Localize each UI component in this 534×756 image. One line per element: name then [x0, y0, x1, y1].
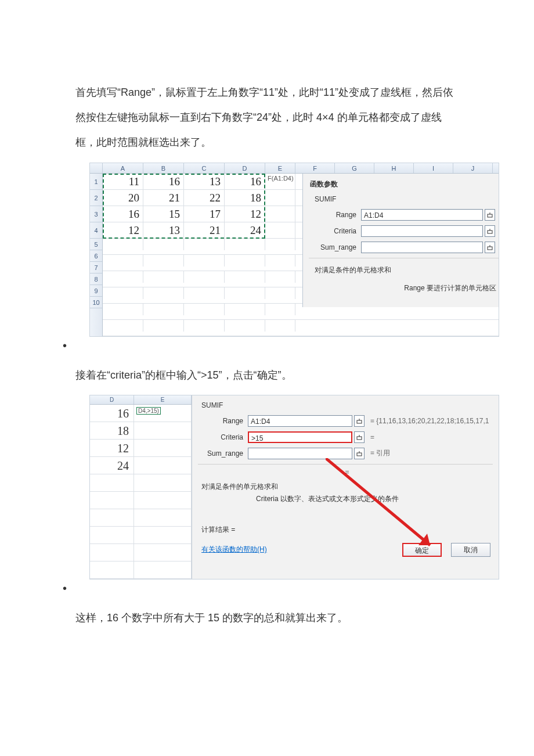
sumrange-ref-button[interactable]	[485, 242, 495, 253]
bullet-1: •	[63, 339, 459, 352]
cell-b3[interactable]: 15	[143, 206, 184, 222]
screenshot-2: D E 16 18 12 24 D4,>15) SUMIF Range A1:D…	[89, 395, 499, 579]
row-header-5: 5	[90, 239, 102, 250]
row-header-3: 3	[90, 206, 102, 222]
col-header-e2: E	[134, 395, 192, 404]
svg-rect-2	[488, 247, 492, 250]
criteria-label: Criteria	[309, 227, 361, 235]
function-name: SUMIF	[309, 193, 499, 209]
svg-rect-3	[357, 420, 362, 423]
range-ref-button-2[interactable]	[354, 415, 365, 427]
range-input-2[interactable]: A1:D4	[248, 415, 352, 427]
range-ref-button[interactable]	[485, 209, 495, 221]
dialog-desc: 对满足条件的单元格求和	[309, 258, 499, 278]
cell-a1[interactable]: 11	[103, 174, 143, 189]
svg-rect-5	[357, 453, 362, 456]
row-header-9: 9	[90, 285, 102, 297]
cell-d1[interactable]: 16	[225, 174, 265, 189]
range-label-2: Range	[198, 417, 248, 425]
col-header-h: H	[374, 163, 414, 173]
sumrange-ref-button-2[interactable]	[354, 448, 365, 459]
range-label: Range	[309, 211, 361, 219]
svg-rect-0	[488, 214, 492, 217]
row-header-6: 6	[90, 250, 102, 262]
paragraph-3: 这样，16 个数字中所有大于 15 的数字的总和就算出来了。	[75, 606, 459, 631]
cell-c1[interactable]: 13	[184, 174, 225, 189]
col-header-f: F	[295, 163, 335, 173]
cell-d-r4[interactable]: 24	[90, 457, 134, 474]
criteria-input[interactable]	[361, 225, 483, 237]
cell-b4[interactable]: 13	[143, 222, 184, 238]
dialog-title: 函数参数	[309, 177, 499, 193]
svg-rect-1	[488, 231, 492, 233]
sumrange-label-2: Sum_range	[198, 449, 248, 458]
range-input[interactable]: A1:D4	[361, 209, 483, 221]
bullet-2: •	[63, 582, 459, 595]
cell-b1[interactable]: 16	[143, 174, 184, 189]
cell-c2[interactable]: 22	[184, 190, 225, 206]
cell-d-r1[interactable]: 16	[90, 405, 134, 422]
row-header-1: 1	[90, 174, 102, 190]
cell-a4[interactable]: 12	[103, 222, 143, 238]
criteria-label-2: Criteria	[198, 433, 248, 441]
range-eq: = {11,16,13,16;20,21,22,18;16,15,17,1	[365, 417, 489, 425]
cell-d4[interactable]: 24	[225, 222, 265, 238]
criteria-ref-button-2[interactable]	[354, 431, 365, 443]
cell-d-r3[interactable]: 12	[90, 440, 134, 456]
criteria-ref-button[interactable]	[485, 225, 495, 237]
ok-button[interactable]: 确定	[402, 543, 442, 557]
col-header-d: D	[225, 163, 265, 173]
col-header-g: G	[335, 163, 374, 173]
cancel-button[interactable]: 取消	[451, 543, 490, 557]
help-link[interactable]: 有关该函数的帮助(H)	[201, 545, 267, 555]
col-header-b: B	[143, 163, 184, 173]
paragraph-2: 接着在“criteria”的框中输入“>15”，点击“确定”。	[75, 363, 459, 388]
row-header-4: 4	[90, 222, 102, 239]
row-header-7: 7	[90, 262, 102, 273]
cell-a2[interactable]: 20	[103, 190, 143, 206]
col-header-a: A	[103, 163, 143, 173]
cell-d2[interactable]: 18	[225, 190, 265, 206]
col-header-e: E	[265, 163, 295, 173]
formula-overlay: F(A1:D4)	[268, 175, 294, 182]
row-header-8: 8	[90, 273, 102, 285]
cell-c4[interactable]: 21	[184, 222, 225, 238]
col-header-i: I	[414, 163, 453, 173]
cell-d-r2[interactable]: 18	[90, 422, 134, 439]
row-header-10: 10	[90, 297, 102, 308]
screenshot-1: A B C D E F G H I J 1 2 3 4 5 6 7 8 9 10	[89, 163, 499, 337]
sumrange-label: Sum_range	[309, 243, 361, 251]
col-header-d2: D	[90, 395, 134, 404]
row-header-2: 2	[90, 190, 102, 206]
col-header-c: C	[184, 163, 225, 173]
paragraph-1: 首先填写“Range”，鼠标置于左上角数字“11”处，此时“11”处变成了虚线框…	[75, 80, 459, 156]
criteria-desc: Criteria 以数字、表达式或文本形式定义的条件	[198, 492, 493, 513]
sumrange-input-2[interactable]	[248, 448, 352, 459]
cell-c3[interactable]: 17	[184, 206, 225, 222]
function-name-2: SUMIF	[198, 399, 493, 415]
criteria-input-2[interactable]: >15	[248, 431, 352, 443]
result-label: 计算结果 =	[198, 513, 493, 535]
cell-d3[interactable]: 12	[225, 206, 265, 222]
cell-a3[interactable]: 16	[103, 206, 143, 222]
function-args-dialog-1: 函数参数 SUMIF Range A1:D4 Criteria Sum_rang…	[302, 174, 499, 307]
criteria-eq: =	[365, 433, 374, 441]
col-header-j: J	[453, 163, 493, 173]
formula-text: D4,>15)	[136, 407, 161, 415]
sumrange-eq: = 引用	[365, 448, 390, 458]
svg-rect-4	[357, 437, 362, 440]
dialog-desc-2: 对满足条件的单元格求和	[198, 476, 493, 492]
eq-line: =	[198, 464, 493, 476]
cell-b2[interactable]: 21	[143, 190, 184, 206]
dialog-hint: Range 要进行计算的单元格区	[309, 278, 499, 293]
sumrange-input[interactable]	[361, 242, 483, 253]
